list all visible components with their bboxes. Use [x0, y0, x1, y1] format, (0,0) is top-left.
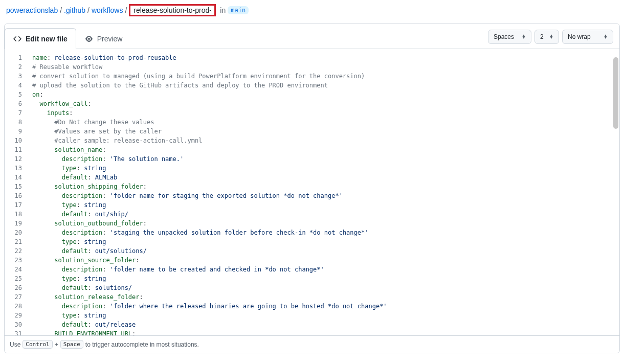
tabs: Edit new file Preview — [5, 24, 131, 49]
code-line: #Values are set by the caller — [32, 127, 614, 136]
tabs-row: Edit new file Preview Spaces ▲▼ 2 ▲▼ No … — [5, 24, 619, 49]
code-line: description: 'folder where the released … — [32, 302, 614, 311]
tab-preview[interactable]: Preview — [76, 28, 131, 49]
line-number: 5 — [5, 90, 27, 99]
line-number: 31 — [5, 329, 27, 335]
breadcrumb-workflows-folder[interactable]: workflows — [92, 6, 123, 14]
code-line: default: out/release — [32, 320, 614, 329]
line-number: 28 — [5, 302, 27, 311]
line-number: 19 — [5, 219, 27, 228]
code-line: # Reusable workflow — [32, 62, 614, 72]
indent-size-select[interactable]: 2 ▲▼ — [534, 30, 559, 44]
kbd-space: Space — [60, 340, 83, 349]
line-number: 20 — [5, 228, 27, 237]
line-number: 2 — [5, 62, 27, 72]
updown-icon: ▲▼ — [522, 35, 526, 39]
autocomplete-hint: Use Control + Space to trigger autocompl… — [5, 335, 619, 353]
line-number: 12 — [5, 154, 27, 164]
code-line: type: string — [32, 311, 614, 320]
breadcrumb-separator: / — [125, 6, 127, 14]
updown-icon: ▲▼ — [549, 35, 553, 39]
line-number: 26 — [5, 283, 27, 292]
editor-box: Edit new file Preview Spaces ▲▼ 2 ▲▼ No … — [4, 24, 620, 353]
breadcrumb-github-folder[interactable]: .github — [64, 6, 85, 14]
code-line: workflow_call: — [32, 99, 614, 108]
wrap-mode-select[interactable]: No wrap ▲▼ — [562, 30, 613, 44]
line-number: 22 — [5, 246, 27, 256]
line-number: 8 — [5, 118, 27, 127]
line-number: 1 — [5, 53, 27, 62]
line-number: 14 — [5, 173, 27, 182]
code-line: solution_outbound_folder: — [32, 219, 614, 228]
code-icon — [13, 35, 21, 43]
code-line: solution_shipping_folder: — [32, 182, 614, 191]
in-label: in — [220, 6, 226, 14]
line-number: 29 — [5, 311, 27, 320]
line-number: 30 — [5, 320, 27, 329]
hint-plus: + — [55, 341, 58, 348]
code-line: solution_source_folder: — [32, 256, 614, 265]
indent-size-value: 2 — [540, 33, 544, 40]
tab-edit-label: Edit new file — [26, 35, 68, 43]
code-line: # convert solution to managed (using a b… — [32, 72, 614, 81]
code-content[interactable]: name: release-solution-to-prod-reusable#… — [27, 49, 619, 335]
line-number: 21 — [5, 237, 27, 246]
line-number: 24 — [5, 265, 27, 274]
code-line: default: out/ship/ — [32, 210, 614, 219]
vertical-scrollbar[interactable] — [613, 57, 618, 129]
code-line: default: ALMLab — [32, 173, 614, 182]
line-number: 10 — [5, 136, 27, 145]
hint-rest: to trigger autocomplete in most situatio… — [85, 341, 199, 348]
line-number: 7 — [5, 108, 27, 118]
code-line: type: string — [32, 200, 614, 210]
code-line: default: solutions/ — [32, 283, 614, 292]
breadcrumb-separator: / — [60, 6, 62, 14]
line-number: 25 — [5, 274, 27, 283]
branch-badge[interactable]: main — [228, 6, 249, 14]
code-line: description: 'staging the unpacked solut… — [32, 228, 614, 237]
code-line: default: out/solutions/ — [32, 246, 614, 256]
eye-icon — [85, 35, 93, 43]
code-editor[interactable]: 1234567891011121314151617181920212223242… — [5, 49, 619, 335]
filename-input[interactable] — [129, 4, 216, 16]
line-number: 3 — [5, 72, 27, 81]
code-line: name: release-solution-to-prod-reusable — [32, 53, 614, 62]
code-line: on: — [32, 90, 614, 99]
code-line: description: 'The solution name.' — [32, 154, 614, 164]
code-line: type: string — [32, 164, 614, 173]
code-line: type: string — [32, 274, 614, 283]
updown-icon: ▲▼ — [604, 35, 608, 39]
code-line: description: 'folder name to be created … — [32, 265, 614, 274]
kbd-control: Control — [23, 340, 52, 349]
code-line: description: 'folder name for staging th… — [32, 191, 614, 200]
line-number: 4 — [5, 81, 27, 90]
line-number-gutter: 1234567891011121314151617181920212223242… — [5, 49, 27, 335]
code-line: solution_release_folder: — [32, 292, 614, 302]
code-line: inputs: — [32, 108, 614, 118]
code-line: #Do Not change these values — [32, 118, 614, 127]
code-line: #caller sample: release-action-call.ymnl — [32, 136, 614, 145]
tab-edit-file[interactable]: Edit new file — [5, 28, 76, 49]
line-number: 18 — [5, 210, 27, 219]
breadcrumb-repo[interactable]: poweractionslab — [6, 6, 58, 14]
editor-controls: Spaces ▲▼ 2 ▲▼ No wrap ▲▼ — [488, 30, 613, 44]
breadcrumb: poweractionslab / .github / workflows / … — [4, 4, 620, 24]
line-number: 6 — [5, 99, 27, 108]
wrap-mode-value: No wrap — [568, 33, 591, 40]
indent-mode-select[interactable]: Spaces ▲▼ — [488, 30, 531, 44]
line-number: 17 — [5, 200, 27, 210]
line-number: 16 — [5, 191, 27, 200]
code-line: BUILD_ENVIRONMENT_URL: — [32, 329, 614, 335]
code-line: solution_name: — [32, 145, 614, 154]
code-line: # upload the solution to the GitHub arti… — [32, 81, 614, 90]
line-number: 15 — [5, 182, 27, 191]
tab-preview-label: Preview — [97, 35, 123, 43]
indent-mode-value: Spaces — [494, 33, 514, 40]
line-number: 13 — [5, 164, 27, 173]
hint-use: Use — [10, 341, 20, 348]
line-number: 27 — [5, 292, 27, 302]
code-line: type: string — [32, 237, 614, 246]
line-number: 9 — [5, 127, 27, 136]
line-number: 11 — [5, 145, 27, 154]
breadcrumb-separator: / — [87, 6, 90, 14]
